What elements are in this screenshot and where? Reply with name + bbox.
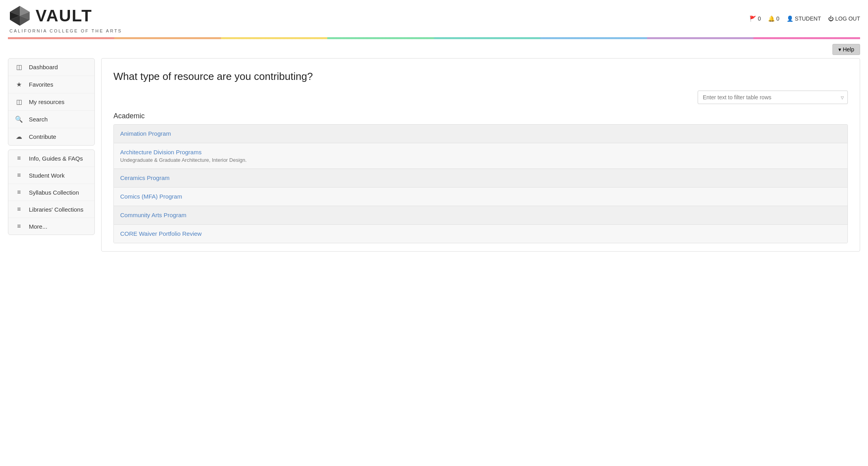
logo-subtitle: CALIFORNIA COLLEGE OF THE ARTS (9, 28, 122, 33)
sidebar-item-favorites[interactable]: ★ Favorites (8, 76, 94, 93)
sidebar-item-contribute[interactable]: ☁ Contribute (8, 128, 94, 145)
help-button[interactable]: ▾ Help (832, 44, 860, 55)
sidebar-section-main: ◫ Dashboard ★ Favorites ◫ My resources 🔍… (8, 58, 95, 146)
student-work-icon: ≡ (15, 172, 23, 179)
dashboard-icon: ◫ (15, 63, 23, 71)
comics-mfa-link[interactable]: Comics (MFA) Program (120, 193, 182, 200)
sidebar-label-student-work: Student Work (29, 172, 65, 179)
core-waiver-link[interactable]: CORE Waiver Portfolio Review (120, 230, 202, 237)
sidebar-item-syllabus[interactable]: ≡ Syllabus Collection (8, 184, 94, 201)
sidebar-item-student-work[interactable]: ≡ Student Work (8, 167, 94, 184)
list-item[interactable]: Architecture Division Programs Undegradu… (114, 143, 847, 169)
list-item[interactable]: Animation Program (114, 125, 847, 143)
list-item[interactable]: Community Arts Program (114, 206, 847, 225)
sidebar-label-syllabus: Syllabus Collection (29, 189, 79, 196)
logo-area: VAULT CALIFORNIA COLLEGE OF THE ARTS (8, 4, 122, 33)
sidebar-label-my-resources: My resources (29, 99, 64, 105)
bell-action[interactable]: 🔔 0 (768, 15, 779, 22)
sidebar-label-dashboard: Dashboard (29, 64, 58, 70)
user-action[interactable]: 👤 STUDENT (787, 15, 821, 22)
list-item[interactable]: Ceramics Program (114, 169, 847, 188)
logo-text: VAULT (36, 6, 92, 25)
logo-row: VAULT (8, 4, 92, 28)
filter-input-wrapper: ▿ (698, 91, 848, 104)
flag-action[interactable]: 🚩 0 (749, 15, 761, 22)
logout-icon: ⏻ (828, 15, 834, 22)
favorites-icon: ★ (15, 81, 23, 88)
filter-icon: ▿ (841, 94, 844, 101)
sidebar-item-info-guides[interactable]: ≡ Info, Guides & FAQs (8, 150, 94, 167)
sidebar-label-more: More... (29, 223, 47, 230)
sidebar-label-search: Search (29, 116, 48, 123)
sidebar-label-favorites: Favorites (29, 81, 53, 88)
user-label: STUDENT (795, 15, 821, 22)
contribute-icon: ☁ (15, 133, 23, 140)
libraries-icon: ≡ (15, 206, 23, 213)
header-actions: 🚩 0 🔔 0 👤 STUDENT ⏻ LOG OUT (749, 15, 860, 22)
sidebar-item-more[interactable]: ≡ More... (8, 218, 94, 235)
bell-icon: 🔔 (768, 15, 775, 22)
filter-row: ▿ (113, 91, 848, 104)
sidebar-item-libraries[interactable]: ≡ Libraries' Collections (8, 201, 94, 218)
flag-icon: 🚩 (749, 15, 756, 22)
vault-logo-icon (8, 4, 32, 28)
more-icon: ≡ (15, 223, 23, 230)
logout-action[interactable]: ⏻ LOG OUT (828, 15, 860, 22)
sidebar: ◫ Dashboard ★ Favorites ◫ My resources 🔍… (8, 58, 95, 252)
resource-list: Animation Program Architecture Division … (113, 124, 848, 243)
list-item[interactable]: CORE Waiver Portfolio Review (114, 225, 847, 243)
sidebar-label-contribute: Contribute (29, 133, 56, 140)
sidebar-item-search[interactable]: 🔍 Search (8, 111, 94, 128)
sidebar-section-secondary: ≡ Info, Guides & FAQs ≡ Student Work ≡ S… (8, 150, 95, 235)
main-layout: ◫ Dashboard ★ Favorites ◫ My resources 🔍… (0, 58, 868, 260)
bell-count: 0 (776, 15, 779, 22)
header-top: VAULT CALIFORNIA COLLEGE OF THE ARTS 🚩 0… (8, 4, 860, 35)
filter-input[interactable] (698, 91, 848, 104)
ceramics-program-link[interactable]: Ceramics Program (120, 174, 170, 181)
sidebar-label-libraries: Libraries' Collections (29, 206, 83, 213)
sidebar-item-dashboard[interactable]: ◫ Dashboard (8, 59, 94, 76)
list-item[interactable]: Comics (MFA) Program (114, 188, 847, 206)
my-resources-icon: ◫ (15, 98, 23, 106)
rainbow-bar (8, 37, 860, 39)
flag-count: 0 (758, 15, 761, 22)
sidebar-item-my-resources[interactable]: ◫ My resources (8, 93, 94, 111)
architecture-division-subtitle: Undegraduate & Graduate Architecture, In… (120, 157, 841, 163)
header: VAULT CALIFORNIA COLLEGE OF THE ARTS 🚩 0… (0, 0, 868, 39)
architecture-division-link[interactable]: Architecture Division Programs (120, 149, 202, 155)
syllabus-icon: ≡ (15, 189, 23, 196)
animation-program-link[interactable]: Animation Program (120, 130, 171, 137)
info-guides-icon: ≡ (15, 155, 23, 162)
search-icon: 🔍 (15, 116, 23, 123)
user-icon: 👤 (787, 15, 793, 22)
section-label: Academic (113, 112, 848, 120)
community-arts-link[interactable]: Community Arts Program (120, 212, 187, 218)
logout-label: LOG OUT (835, 15, 860, 22)
page-title: What type of resource are you contributi… (113, 70, 848, 83)
sidebar-label-info-guides: Info, Guides & FAQs (29, 155, 83, 162)
main-content: What type of resource are you contributi… (101, 58, 860, 252)
help-area: ▾ Help (0, 39, 868, 58)
